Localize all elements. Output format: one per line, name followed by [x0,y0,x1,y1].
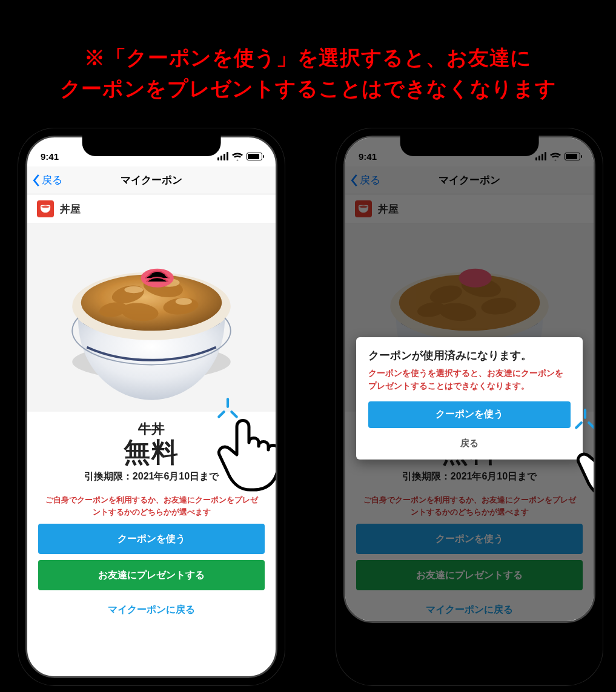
notch [82,136,221,156]
coupon-image [27,224,276,412]
modal-title: クーポンが使用済みになります。 [368,348,571,363]
back-button[interactable]: 戻る [32,166,62,194]
shop-name: 丼屋 [60,202,81,216]
pickled-ginger-icon [141,269,174,288]
coupon-details: 牛丼 無料 引換期限：2021年6月10日まで [27,412,276,489]
modal-warning: クーポンを使うを選択すると、お友達にクーポンをプレゼントすることはできなくなりま… [368,367,571,393]
gift-coupon-button[interactable]: お友達にプレゼントする [38,560,265,590]
confirm-use-modal: クーポンが使用済みになります。 クーポンを使うを選択すると、お友達にクーポンをプ… [356,337,583,460]
phone-right: 9:41 戻る マイクーポン [336,128,603,685]
nav-bar: 戻る マイクーポン [27,166,276,194]
battery-icon [247,153,262,160]
back-to-mycoupon-link[interactable]: マイクーポンに戻る [38,604,265,616]
phone-left: 9:41 戻る マイクーポン [18,128,285,685]
status-time: 9:41 [41,151,59,162]
chevron-left-icon [32,174,41,187]
shop-bowl-icon [37,200,54,217]
coupon-expiry: 引換期限：2021年6月10日まで [38,470,265,483]
svg-line-27 [576,423,581,427]
svg-point-9 [124,286,143,294]
wifi-icon [232,152,243,160]
modal-confirm-button[interactable]: クーポンを使う [368,401,571,428]
warning-caption-line1: ※「クーポンを使う」を選択すると、お友達に [84,46,532,69]
use-coupon-button[interactable]: クーポンを使う [38,524,265,554]
coupon-note: ご自身でクーポンを利用するか、お友達にクーポンをプレゼントするかのどちらかが選べ… [27,489,276,524]
back-label: 戻る [42,173,62,187]
shop-header: 丼屋 [27,194,276,224]
modal-cancel-button[interactable]: 戻る [368,432,571,456]
food-bowl-icon [58,224,245,412]
signal-icon [217,152,228,160]
svg-point-0 [41,206,50,208]
notch [400,136,539,156]
coupon-price: 無料 [38,435,265,470]
warning-caption-line2: クーポンをプレゼントすることはできなくなります [60,77,557,100]
page-title: マイクーポン [121,173,182,187]
warning-caption: ※「クーポンを使う」を選択すると、お友達に クーポンをプレゼントすることはできな… [0,42,616,104]
